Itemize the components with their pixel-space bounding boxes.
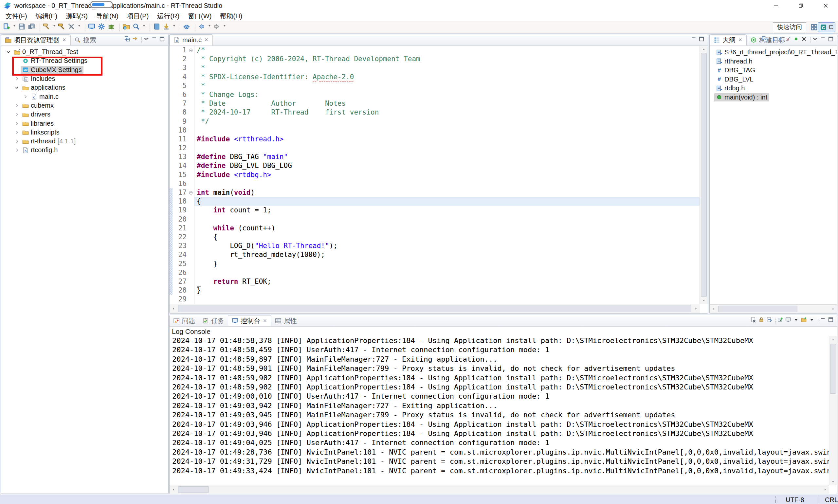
console-tab[interactable]: 属性: [271, 315, 301, 326]
menu-item[interactable]: 源码(S): [61, 12, 92, 21]
chevron-right-icon[interactable]: [13, 130, 21, 135]
tree-item[interactable]: cubemx: [1, 101, 168, 110]
chevron-right-icon[interactable]: [13, 112, 21, 117]
menu-item[interactable]: 项目(P): [123, 12, 153, 21]
minimize-window-button[interactable]: [763, 0, 788, 11]
code-area[interactable]: 1/*2 * Copyright (c) 2006-2024, RT-Threa…: [170, 46, 708, 304]
sort-icon[interactable]: az: [770, 36, 778, 44]
scroll-left-icon[interactable]: [170, 485, 177, 494]
outline-item[interactable]: #DBG_TAG: [710, 66, 837, 75]
console-tab[interactable]: 任务: [199, 315, 228, 326]
public-only-icon[interactable]: [793, 36, 801, 44]
scrollbar-thumb[interactable]: [718, 306, 798, 312]
scroll-up-icon[interactable]: [700, 46, 708, 53]
minimize-icon[interactable]: [820, 317, 828, 325]
tree-item[interactable]: cmain.c: [1, 92, 168, 101]
scrollbar-thumb[interactable]: [701, 53, 707, 297]
outline-tab[interactable]: 大纲: [710, 34, 747, 46]
collapse-all-icon[interactable]: [124, 36, 132, 44]
scroll-left-icon[interactable]: [710, 305, 717, 313]
log-output[interactable]: 2024-10-17 01:48:58,378 [INFO] Applicati…: [170, 336, 829, 485]
fold-minus-icon[interactable]: [188, 188, 194, 197]
maximize-icon[interactable]: [828, 317, 836, 325]
code-line[interactable]: 25 }: [170, 259, 708, 268]
code-line[interactable]: 19 int count = 1;: [170, 206, 708, 215]
menu-item[interactable]: 帮助(H): [216, 12, 247, 21]
download-icon[interactable]: [163, 23, 172, 32]
outline-item[interactable]: #DBG_LVL: [710, 75, 837, 84]
fold-minus-icon[interactable]: [188, 46, 194, 55]
debug-monitor-icon[interactable]: [88, 23, 97, 32]
open-folder-icon[interactable]: [123, 23, 132, 32]
new-wizard-icon[interactable]: [3, 23, 12, 32]
dropdown-arrow-icon[interactable]: [13, 23, 17, 32]
scroll-lock-icon[interactable]: [759, 317, 766, 325]
menu-item[interactable]: 文件(F): [1, 12, 32, 21]
dropdown-arrow-icon[interactable]: [53, 23, 57, 32]
outline-item-label-box[interactable]: rtthread.h: [714, 57, 754, 66]
code-line[interactable]: 4 * SPDX-License-Identifier: Apache-2.0: [170, 73, 708, 82]
tree-item[interactable]: hrtconfig.h: [1, 146, 168, 155]
tree-item-label-box[interactable]: libraries: [21, 120, 55, 128]
dropdown-arrow-icon[interactable]: [809, 317, 817, 325]
code-line[interactable]: 26: [170, 268, 708, 277]
back-arrow-icon[interactable]: [198, 23, 207, 32]
hide-fields-icon[interactable]: [778, 36, 785, 44]
dropdown-arrow-icon[interactable]: [173, 23, 177, 32]
tree-item-label-box[interactable]: rt-thread [4.1.1]: [21, 137, 77, 145]
editor-tab[interactable]: cmain.c: [170, 34, 213, 46]
tree-item-label-box[interactable]: C0_RT_Thread_Test: [12, 48, 80, 56]
tree-item-label-box[interactable]: cmain.c: [29, 93, 60, 101]
open-console-icon[interactable]: [801, 317, 809, 325]
code-line[interactable]: 22 {: [170, 233, 708, 241]
tree-item[interactable]: C0_RT_Thread_Test: [1, 48, 168, 56]
tree-item-label-box[interactable]: hrtconfig.h: [21, 146, 59, 154]
scrollbar-thumb[interactable]: [178, 486, 209, 493]
quick-access-box[interactable]: 快速访问: [773, 22, 806, 32]
explorer-tab[interactable]: 项目资源管理器: [1, 34, 71, 46]
outline-item[interactable]: rtthread.h: [710, 57, 837, 66]
encoding-indicator[interactable]: UTF-8: [786, 496, 804, 504]
tree-item-label-box[interactable]: MXCubeMX Settings: [21, 66, 84, 74]
pin-console-icon[interactable]: [778, 317, 785, 325]
code-line[interactable]: 12: [170, 144, 708, 152]
scroll-right-icon[interactable]: [829, 305, 837, 313]
tree-item-label-box[interactable]: hIncludes: [21, 75, 57, 83]
word-wrap-icon[interactable]: [766, 317, 774, 325]
tree-item[interactable]: libraries: [1, 119, 168, 128]
chevron-right-icon[interactable]: [13, 121, 21, 126]
code-line[interactable]: 14#define DBG_LVL DBG_LOG: [170, 161, 708, 170]
dropdown-arrow-icon[interactable]: [77, 23, 82, 32]
console-vertical-scrollbar[interactable]: [829, 336, 837, 485]
scrollbar-thumb[interactable]: [178, 305, 691, 312]
console-tab[interactable]: 问题: [170, 315, 199, 326]
gear-icon[interactable]: [98, 23, 107, 32]
outline-item-label-box[interactable]: #DBG_LVL: [714, 75, 755, 84]
close-window-button[interactable]: [813, 0, 838, 11]
c-cpp-perspective-button[interactable]: C C: [818, 22, 835, 32]
code-line[interactable]: 17int main(void): [170, 188, 708, 197]
scroll-right-icon[interactable]: [692, 304, 700, 313]
code-line[interactable]: 27 return RT_EOK;: [170, 277, 708, 286]
tree-item-label-box[interactable]: cubemx: [21, 102, 55, 110]
minimize-icon[interactable]: [151, 36, 159, 44]
menu-item[interactable]: 窗口(W): [184, 12, 216, 21]
outline-item-label-box[interactable]: rtdbg.h: [714, 84, 746, 92]
open-perspective-icon[interactable]: [810, 23, 818, 31]
display-console-icon[interactable]: [785, 317, 793, 325]
link-editor-icon[interactable]: [132, 36, 140, 44]
view-menu-icon[interactable]: [812, 36, 820, 44]
outline-item[interactable]: main(void) : int: [710, 93, 837, 102]
close-icon[interactable]: [263, 317, 267, 325]
layers-icon[interactable]: [183, 23, 192, 32]
code-line[interactable]: 9 */: [170, 117, 708, 126]
console-tab[interactable]: 控制台: [228, 315, 271, 326]
scroll-down-icon[interactable]: [829, 478, 837, 485]
outline-item[interactable]: S:\6_rt_thread_project\0_RT_Thread_Test: [710, 48, 837, 57]
tree-item[interactable]: RT-Thread Settings: [1, 56, 168, 65]
scroll-right-icon[interactable]: [821, 485, 829, 494]
maximize-icon[interactable]: [698, 36, 707, 44]
menu-item[interactable]: 导航(N): [92, 12, 123, 21]
dropdown-arrow-icon[interactable]: [223, 23, 228, 32]
code-line[interactable]: 23 LOG_D("Hello RT-Thread!");: [170, 241, 708, 250]
